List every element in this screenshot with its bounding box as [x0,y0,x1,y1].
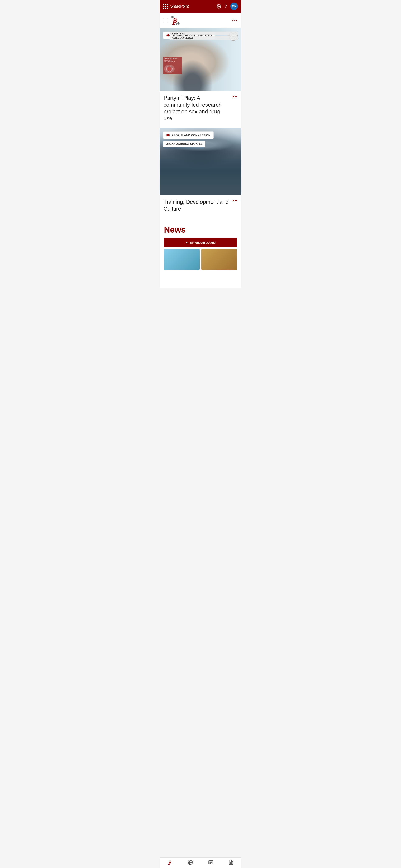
bottom-navigation: P [160,857,241,868]
category-badge-org-updates-2[interactable]: ORGANIZATIONAL UPDATES [163,141,205,147]
document-icon [228,860,234,865]
card-text-2: ••• Training, Development and Culture [160,195,241,217]
top-navigation: SharePoint ? MK [160,0,241,12]
card-text-1: ••• Party n' Play: A community-led resea… [160,91,241,126]
news-thumbnail-2[interactable] [201,249,237,270]
research-poster: Integrated harm reduction services in th… [163,57,182,74]
card-title-2: Training, Development and Culture [163,198,238,212]
category-label-people: PEOPLE AND CONNECTION [172,134,211,137]
megaphone-icon-2 [166,133,170,137]
card-image-2: PEOPLE AND CONNECTION ORGANIZATIONAL UPD… [160,128,241,195]
top-nav-right: ? MK [217,2,238,10]
chevron-up-icon [185,242,188,244]
top-nav-left: SharePoint [163,4,189,8]
avatar[interactable]: MK [230,2,238,10]
news-section-title: News [164,225,237,235]
point-logo-icon: P [167,860,173,865]
foreign-text-overlay: AS PESSOAS ANTES DA POLITICA [170,32,238,40]
more-options-button[interactable]: ••• [232,18,238,23]
hamburger-menu[interactable] [163,19,168,22]
megaphone-icon-1 [166,33,170,37]
bottom-nav-document[interactable] [228,860,234,865]
news-feed-icon [208,860,213,865]
site-logo[interactable]: The P oint [171,15,180,26]
svg-text:oint: oint [176,22,180,26]
bottom-nav-globe[interactable] [188,860,193,865]
card-training: PEOPLE AND CONNECTION ORGANIZATIONAL UPD… [160,128,241,217]
app-title: SharePoint [170,4,189,8]
news-images-row [164,249,237,270]
card-party-play: Integrated harm reduction services in th… [160,28,241,126]
sub-header: The P oint ••• [160,12,241,28]
card-more-button-1[interactable]: ••• [233,95,238,99]
grid-icon[interactable] [163,4,168,8]
settings-icon[interactable] [217,4,221,8]
springboard-button[interactable]: SPRINGBOARD [164,238,237,247]
bottom-nav-news[interactable] [208,860,213,865]
help-icon[interactable]: ? [224,4,227,9]
svg-text:P: P [168,861,171,865]
svg-text:The: The [171,16,175,18]
main-content: Integrated harm reduction services in th… [160,28,241,288]
springboard-label: SPRINGBOARD [185,241,216,244]
globe-icon [188,860,193,865]
news-thumbnail-1[interactable] [164,249,200,270]
category-badge-people[interactable]: PEOPLE AND CONNECTION [163,131,214,139]
card-title-1: Party n' Play: A community-led research … [163,95,238,122]
card-more-button-2[interactable]: ••• [233,198,238,203]
card-image-1: Integrated harm reduction services in th… [160,28,241,91]
news-section: News SPRINGBOARD [160,218,241,273]
logo-ribbon-icon: The P oint [171,15,180,26]
sub-header-left: The P oint [163,15,180,26]
bottom-nav-home[interactable]: P [167,860,173,865]
svg-point-0 [218,6,219,7]
